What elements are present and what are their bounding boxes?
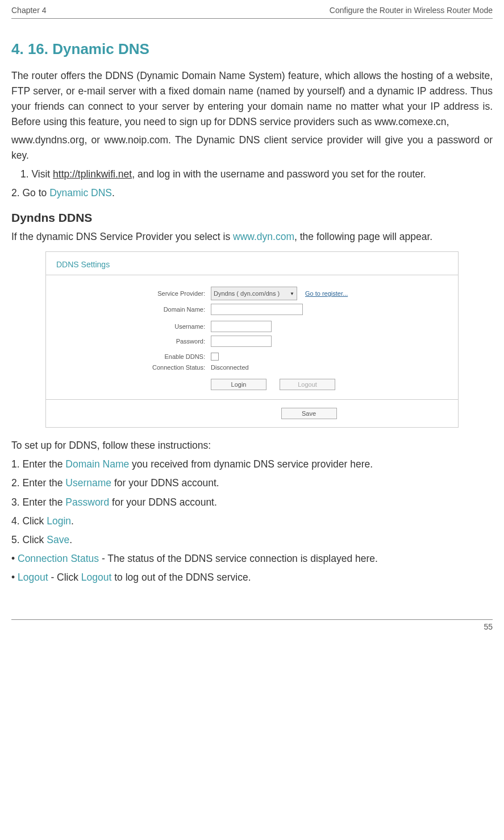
connection-status-value: Disconnected [211, 364, 249, 371]
domain-name-input[interactable] [211, 304, 303, 315]
label-service-provider: Service Provider: [57, 290, 211, 297]
instruction-2: 2. Enter the Username for your DDNS acco… [11, 475, 493, 491]
chapter-label: Chapter 4 [11, 6, 46, 15]
paragraph: The router offers the DDNS (Dynamic Doma… [11, 68, 493, 130]
panel-title: DDNS Settings [46, 252, 458, 275]
instruction-4: 4. Click Login. [11, 514, 493, 529]
logout-button[interactable]: Logout [280, 379, 335, 390]
label-username: Username: [57, 323, 211, 330]
label-connection-status: Connection Status: [57, 364, 211, 371]
step-2: 2. Go to Dynamic DNS. [11, 185, 493, 201]
username-input[interactable] [211, 321, 272, 332]
instruction-5: 5. Click Save. [11, 532, 493, 548]
label-domain-name: Domain Name: [57, 306, 211, 313]
dynamic-dns-label: Dynamic DNS [49, 187, 112, 198]
tplink-url[interactable]: http://tplinkwifi.net [53, 168, 132, 180]
paragraph: www.dyndns.org, or www.noip.com. The Dyn… [11, 133, 493, 163]
section-heading: 4. 16. Dynamic DNS [11, 40, 493, 58]
save-button[interactable]: Save [281, 408, 337, 419]
enable-ddns-checkbox[interactable] [211, 353, 219, 361]
dyn-link: www.dyn.com [233, 231, 294, 242]
chapter-title: Configure the Router in Wireless Router … [330, 6, 493, 15]
go-to-register-link[interactable]: Go to register... [305, 290, 348, 297]
service-provider-select[interactable]: Dyndns ( dyn.com/dns ) [211, 287, 297, 300]
instructions-intro: To set up for DDNS, follow these instruc… [11, 438, 493, 453]
password-input[interactable] [211, 336, 272, 347]
page-number: 55 [11, 619, 493, 631]
label-enable-ddns: Enable DDNS: [57, 353, 211, 360]
sub-heading: Dyndns DDNS [11, 211, 493, 225]
login-button[interactable]: Login [211, 379, 266, 390]
paragraph: If the dynamic DNS Service Provider you … [11, 229, 493, 245]
bullet-logout: • Logout - Click Logout to log out of th… [11, 570, 493, 585]
instruction-1: 1. Enter the Domain Name you received fr… [11, 457, 493, 472]
step-1: 1. Visit http://tplinkwifi.net, and log … [11, 167, 493, 182]
label-password: Password: [57, 338, 211, 345]
instruction-3: 3. Enter the Password for your DDNS acco… [11, 495, 493, 510]
ddns-settings-screenshot: DDNS Settings Service Provider: Dyndns (… [45, 251, 459, 428]
bullet-connection-status: • Connection Status - The status of the … [11, 551, 493, 566]
